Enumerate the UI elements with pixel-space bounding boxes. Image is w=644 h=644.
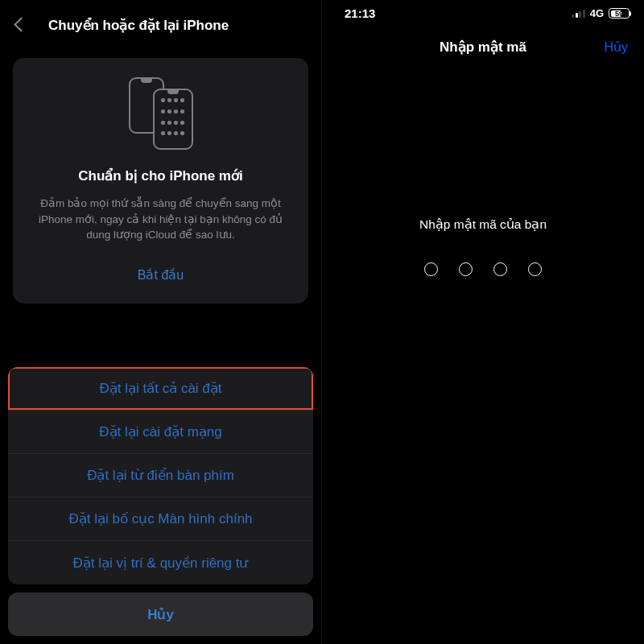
screen-enter-passcode: 21:13 4G 59 Nhập mật mã Hủy Nhập mật mã … xyxy=(322,0,644,644)
cancel-button[interactable]: Hủy xyxy=(589,39,628,55)
battery-icon: 59 xyxy=(609,8,630,19)
option-reset-keyboard-dictionary[interactable]: Đặt lại từ điển bàn phím xyxy=(8,454,313,497)
option-reset-all-settings[interactable]: Đặt lại tất cả cài đặt xyxy=(8,367,313,411)
passcode-dot xyxy=(459,262,473,276)
passcode-dot xyxy=(528,262,542,276)
passcode-dots[interactable] xyxy=(322,262,644,276)
passcode-dot xyxy=(493,262,507,276)
passcode-entry: Nhập mật mã của bạn xyxy=(322,217,644,276)
cellular-signal-icon xyxy=(572,9,585,18)
option-reset-home-screen-layout[interactable]: Đặt lại bố cục Màn hình chính xyxy=(8,497,313,541)
option-reset-network-settings[interactable]: Đặt lại cài đặt mạng xyxy=(8,411,313,454)
option-reset-location-privacy[interactable]: Đặt lại vị trí & quyền riêng tư xyxy=(8,541,313,584)
passcode-dot xyxy=(424,262,438,276)
network-label: 4G xyxy=(590,7,604,19)
passcode-prompt: Nhập mật mã của bạn xyxy=(322,217,644,232)
page-title: Chuyển hoặc đặt lại iPhone xyxy=(32,17,308,34)
battery-percent: 59 xyxy=(609,9,629,18)
cancel-button[interactable]: Hủy xyxy=(8,592,313,636)
back-icon[interactable] xyxy=(13,16,24,34)
get-started-button[interactable]: Bắt đầu xyxy=(26,261,295,289)
nav-bar: Nhập mật mã Hủy xyxy=(322,23,644,59)
status-bar: 21:13 4G 59 xyxy=(322,0,644,23)
nav-bar: Chuyển hoặc đặt lại iPhone xyxy=(0,0,321,39)
sheet-options-group: Đặt lại tất cả cài đặt Đặt lại cài đặt m… xyxy=(8,367,313,584)
card-description: Đảm bảo mọi thứ sẵn sàng để chuyển sang … xyxy=(26,196,295,243)
screen-transfer-reset: Chuyển hoặc đặt lại iPhone Chuẩn bị c xyxy=(0,0,322,644)
reset-action-sheet: Đặt lại tất cả cài đặt Đặt lại cài đặt m… xyxy=(8,367,313,636)
prepare-new-iphone-card: Chuẩn bị cho iPhone mới Đảm bảo mọi thứ … xyxy=(13,58,308,303)
card-title: Chuẩn bị cho iPhone mới xyxy=(26,167,295,184)
page-title: Nhập mật mã xyxy=(440,39,526,56)
status-time: 21:13 xyxy=(345,6,375,20)
devices-icon xyxy=(26,77,295,150)
